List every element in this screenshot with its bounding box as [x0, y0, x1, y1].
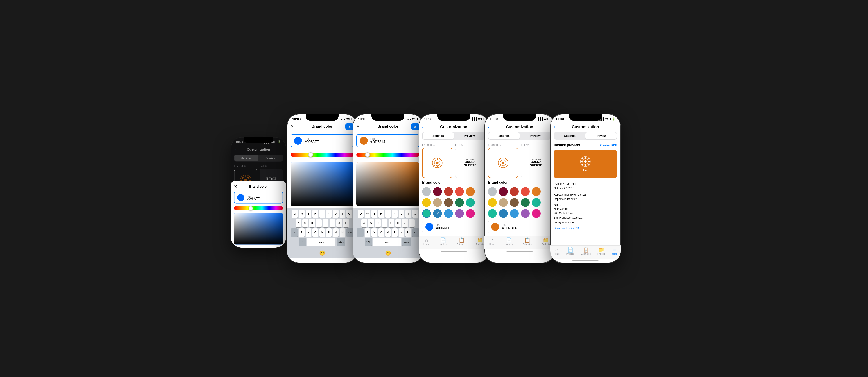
back-icon-s5[interactable]: ‹	[488, 124, 490, 130]
color-blue-s4[interactable]	[433, 209, 442, 218]
nav-home-s6[interactable]: ⌂ Home	[554, 247, 559, 255]
color-blue2-s4[interactable]	[444, 209, 453, 218]
color-pink-s5[interactable]	[532, 209, 540, 218]
color-purple-s5[interactable]	[521, 209, 530, 218]
color-darkred-s5[interactable]	[499, 187, 508, 196]
nav-projects-s6[interactable]: 📁 Projects	[597, 247, 606, 255]
key-o-s3[interactable]: O	[412, 210, 418, 218]
nav-projects-s4[interactable]: 📁 Projects	[476, 238, 484, 245]
key-shift-s2[interactable]: ⇧	[291, 229, 298, 237]
key-b-s2[interactable]: B	[326, 229, 332, 237]
key-x-s3[interactable]: X	[371, 229, 377, 237]
color-coral-s4[interactable]	[455, 187, 464, 196]
color-yellow-s5[interactable]	[488, 198, 497, 207]
key-m-s3[interactable]: M	[405, 229, 411, 237]
back-icon-s6[interactable]: ‹	[554, 124, 555, 130]
color-tan-s5[interactable]	[499, 198, 508, 207]
key-123-s2[interactable]: 123	[299, 238, 306, 246]
color-darkgreen-s5[interactable]	[521, 198, 530, 207]
key-c-s2[interactable]: C	[312, 229, 318, 237]
color-silver-s5[interactable]	[488, 187, 497, 196]
framed-box-s5[interactable]	[488, 148, 518, 178]
close-icon-s3[interactable]: ✕	[356, 124, 360, 129]
key-v-s2[interactable]: V	[319, 229, 325, 237]
tab-settings-s4[interactable]: Settings	[423, 132, 454, 139]
key-v-s3[interactable]: V	[385, 229, 391, 237]
key-return-s2[interactable]: return	[337, 238, 345, 246]
key-j-s2[interactable]: J	[336, 219, 342, 227]
key-w-s2[interactable]: W	[299, 210, 305, 218]
key-k-s3[interactable]: K	[409, 219, 415, 227]
hex-row-bottom-s5[interactable]: Hex #DD7314	[488, 220, 551, 233]
framed-box-s4[interactable]	[422, 148, 453, 178]
key-123-s3[interactable]: 123	[365, 238, 372, 246]
color-brown-s5[interactable]	[510, 198, 519, 207]
key-o-s2[interactable]: O	[346, 210, 352, 218]
hex-row-bottom-s4[interactable]: Hex #006AFF	[422, 220, 485, 233]
preview-pdf-btn[interactable]: Preview PDF	[600, 144, 617, 147]
emoji-s2[interactable]: 😊	[319, 250, 325, 256]
download-label-s6[interactable]: Download Invoice PDF	[554, 227, 617, 230]
nav-projects-s5[interactable]: 📁 Projects	[542, 238, 550, 245]
key-y-s3[interactable]: Y	[392, 210, 398, 218]
key-d-s3[interactable]: D	[375, 219, 381, 227]
key-return-s3[interactable]: return	[402, 238, 411, 246]
color-tan-s4[interactable]	[433, 198, 442, 207]
color-yellow-s4[interactable]	[422, 198, 431, 207]
color-gradient-s2[interactable]	[290, 162, 354, 206]
key-n-s3[interactable]: N	[399, 229, 404, 237]
key-t-s3[interactable]: T	[385, 210, 391, 218]
close-icon-s2[interactable]: ✕	[290, 124, 294, 129]
key-m-s2[interactable]: M	[340, 229, 345, 237]
save-btn-s2[interactable]: S	[345, 124, 354, 130]
hex-row-s2[interactable]: Hex #006AFF	[290, 134, 354, 147]
key-space-s3[interactable]: space	[373, 238, 401, 246]
tab-preview-s5[interactable]: Preview	[520, 132, 551, 139]
key-d-s2[interactable]: D	[309, 219, 315, 227]
color-brown-s4[interactable]	[444, 198, 453, 207]
full-box-s4[interactable]: TAQUERIA BUENASUERTE	[455, 148, 485, 178]
color-orange-s5[interactable]	[532, 187, 540, 196]
key-u-s3[interactable]: U	[399, 210, 404, 218]
key-s-s3[interactable]: S	[368, 219, 374, 227]
key-del-s2[interactable]: ⌫	[346, 229, 353, 237]
color-orange-s4[interactable]	[466, 187, 475, 196]
key-i-s2[interactable]: I	[340, 210, 345, 218]
color-darkgreen-s4[interactable]	[455, 198, 464, 207]
slider-thumb-s3[interactable]	[365, 152, 370, 157]
key-space-s2[interactable]: space	[307, 238, 336, 246]
key-shift-s3[interactable]: ⇧	[356, 229, 364, 237]
key-x-s2[interactable]: X	[306, 229, 311, 237]
modal-close-s1[interactable]: ✕	[234, 184, 237, 189]
hex-row-s1[interactable]: Hex #006AFF	[234, 192, 283, 203]
color-coral-s5[interactable]	[521, 187, 530, 196]
rainbow-slider-s3[interactable]	[356, 152, 420, 157]
color-pink-s4[interactable]	[466, 209, 475, 218]
key-h-s3[interactable]: H	[395, 219, 401, 227]
color-red-s5[interactable]	[510, 187, 519, 196]
color-purple-s4[interactable]	[455, 209, 464, 218]
full-box-s5[interactable]: TAQUERIA BUENASUERTE	[521, 148, 551, 178]
color-gradient-s1[interactable]	[234, 213, 283, 245]
save-btn-s3[interactable]: S	[411, 124, 420, 130]
key-del-s3[interactable]: ⌫	[412, 229, 419, 237]
key-a-s2[interactable]: A	[296, 219, 301, 227]
key-f-s3[interactable]: F	[382, 219, 388, 227]
key-r-s3[interactable]: R	[378, 210, 384, 218]
rainbow-slider-s2[interactable]	[290, 152, 354, 157]
slider-thumb-s2[interactable]	[308, 152, 313, 157]
color-teal-s4[interactable]	[466, 198, 475, 207]
key-e-s2[interactable]: E	[306, 210, 311, 218]
key-w-s3[interactable]: W	[365, 210, 370, 218]
color-blue2-s5[interactable]	[510, 209, 519, 218]
tab-settings-s5[interactable]: Settings	[488, 132, 520, 139]
key-j-s3[interactable]: J	[402, 219, 408, 227]
key-u-s2[interactable]: U	[333, 210, 339, 218]
key-k-s2[interactable]: K	[343, 219, 349, 227]
key-b-s3[interactable]: B	[392, 229, 398, 237]
key-n-s2[interactable]: N	[333, 229, 339, 237]
key-t-s2[interactable]: T	[319, 210, 325, 218]
hex-row-s3[interactable]: Hex #DD7314	[356, 134, 420, 147]
slider-thumb-s1[interactable]	[249, 206, 253, 210]
color-teal-s5[interactable]	[532, 198, 540, 207]
